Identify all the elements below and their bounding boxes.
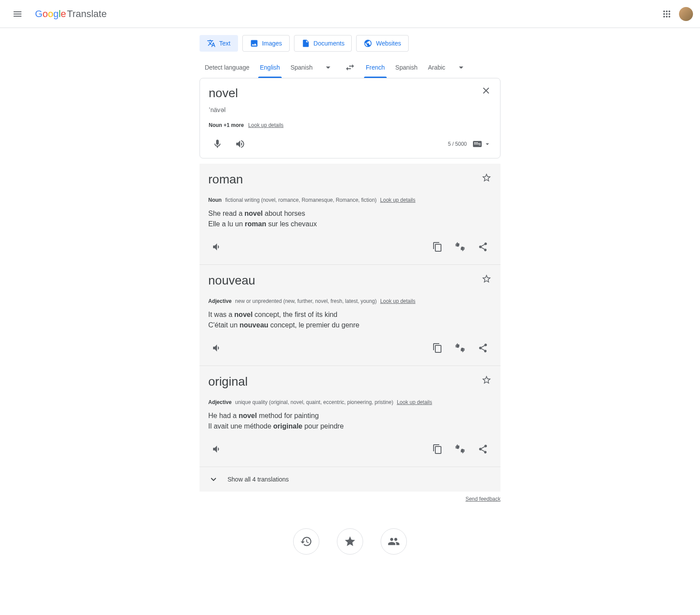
bottom-actions (200, 528, 500, 572)
speaker-icon (212, 343, 222, 353)
share-translation-button[interactable] (474, 238, 492, 256)
star-outline-icon (481, 375, 492, 385)
microphone-button[interactable] (209, 135, 226, 153)
thumbs-icon (455, 343, 466, 353)
mode-tab-documents[interactable]: Documents (294, 35, 352, 52)
thumbs-icon (455, 444, 466, 454)
result-examples: It was a novel concept, the first of its… (208, 309, 492, 330)
result-desc: fictional writing (novel, romance, Roman… (225, 197, 377, 203)
keyboard-input-button[interactable] (472, 139, 491, 149)
rate-translation-button[interactable] (452, 238, 469, 256)
mode-tab-documents-label: Documents (314, 40, 345, 47)
close-icon (481, 85, 491, 96)
mode-tab-websites[interactable]: Websites (356, 35, 408, 52)
result-lookup-link[interactable]: Look up details (380, 298, 416, 304)
saved-button[interactable] (337, 528, 363, 555)
people-icon (388, 535, 400, 548)
mode-tab-text[interactable]: Text (200, 35, 238, 52)
google-translate-logo[interactable]: Google Translate (35, 8, 107, 20)
language-selector-row: Detect language English Spanish French S… (200, 57, 500, 78)
clear-input-button[interactable] (481, 85, 491, 96)
chevron-down-icon (323, 62, 333, 73)
source-lang-detect[interactable]: Detect language (200, 57, 255, 78)
save-translation-button[interactable] (481, 375, 492, 385)
phonetic-text: ˈnävəl (209, 106, 491, 113)
input-card: novel ˈnävəl Noun +1 more Look up detail… (200, 78, 500, 158)
listen-source-button[interactable] (231, 135, 249, 153)
source-text-input[interactable]: novel (209, 85, 491, 101)
share-translation-button[interactable] (474, 339, 492, 357)
source-lang-dropdown[interactable] (318, 57, 339, 78)
target-lang-dropdown[interactable] (451, 57, 472, 78)
target-lang-spanish[interactable]: Spanish (390, 57, 423, 78)
history-button[interactable] (293, 528, 319, 555)
result-lookup-link[interactable]: Look up details (397, 399, 432, 405)
copy-translation-button[interactable] (429, 440, 446, 458)
google-apps-button[interactable] (658, 5, 676, 23)
contribute-button[interactable] (381, 528, 407, 555)
share-icon (478, 444, 488, 454)
history-icon (300, 535, 312, 548)
mode-tab-websites-label: Websites (376, 40, 401, 47)
mode-tab-text-label: Text (219, 40, 231, 47)
swap-icon (345, 62, 355, 73)
mode-tab-images[interactable]: Images (242, 35, 290, 52)
keyboard-icon (472, 139, 483, 149)
speaker-icon (212, 444, 222, 454)
logo-translate-text: Translate (67, 8, 107, 20)
source-lang-english[interactable]: English (255, 57, 285, 78)
result-desc: unique quality (original, novel, quaint,… (235, 399, 393, 405)
share-icon (478, 242, 488, 252)
user-avatar[interactable] (679, 7, 693, 21)
star-outline-icon (481, 172, 492, 183)
header: Google Translate (0, 0, 700, 28)
result-desc: new or unpredented (new, further, novel,… (235, 298, 377, 304)
translation-results: roman Noun fictional writing (novel, rom… (200, 164, 500, 492)
translation-word: original (208, 375, 492, 389)
input-lookup-link[interactable]: Look up details (248, 122, 284, 128)
main-menu-button[interactable] (7, 4, 28, 25)
chevron-down-icon (208, 474, 219, 485)
send-feedback-link[interactable]: Send feedback (466, 496, 500, 502)
share-translation-button[interactable] (474, 440, 492, 458)
copy-translation-button[interactable] (429, 238, 446, 256)
target-lang-arabic[interactable]: Arabic (423, 57, 451, 78)
rate-translation-button[interactable] (452, 339, 469, 357)
copy-icon (432, 242, 443, 252)
copy-translation-button[interactable] (429, 339, 446, 357)
swap-languages-button[interactable] (340, 57, 360, 78)
feedback-container: Send feedback (200, 496, 500, 502)
chevron-down-icon (456, 62, 466, 73)
translation-word: roman (208, 172, 492, 186)
source-lang-spanish[interactable]: Spanish (285, 57, 318, 78)
copy-icon (432, 444, 443, 454)
thumbs-icon (455, 242, 466, 252)
save-translation-button[interactable] (481, 172, 492, 183)
image-icon (250, 39, 259, 48)
translation-word: nouveau (208, 274, 492, 288)
listen-translation-button[interactable] (208, 238, 226, 256)
input-pos-label: Noun +1 more (209, 122, 244, 128)
save-translation-button[interactable] (481, 274, 492, 284)
show-all-translations-button[interactable]: Show all 4 translations (200, 467, 500, 492)
globe-icon (364, 39, 372, 48)
show-all-label: Show all 4 translations (228, 476, 289, 483)
result-examples: She read a novel about horses Elle a lu … (208, 208, 492, 229)
result-pos: Adjective (208, 399, 231, 405)
star-outline-icon (481, 274, 492, 284)
hamburger-icon (12, 9, 23, 19)
result-card: nouveau Adjective new or unpredented (ne… (200, 265, 500, 366)
translate-icon (207, 39, 216, 48)
result-lookup-link[interactable]: Look up details (380, 197, 416, 203)
listen-translation-button[interactable] (208, 339, 226, 357)
share-icon (478, 343, 488, 353)
character-count: 5 / 5000 (448, 141, 467, 147)
mode-tabs: Text Images Documents Websites (200, 28, 500, 57)
microphone-icon (212, 139, 223, 149)
copy-icon (432, 343, 443, 353)
listen-translation-button[interactable] (208, 440, 226, 458)
target-lang-french[interactable]: French (360, 57, 390, 78)
star-filled-icon (344, 535, 356, 548)
rate-translation-button[interactable] (452, 440, 469, 458)
speaker-icon (212, 242, 222, 252)
